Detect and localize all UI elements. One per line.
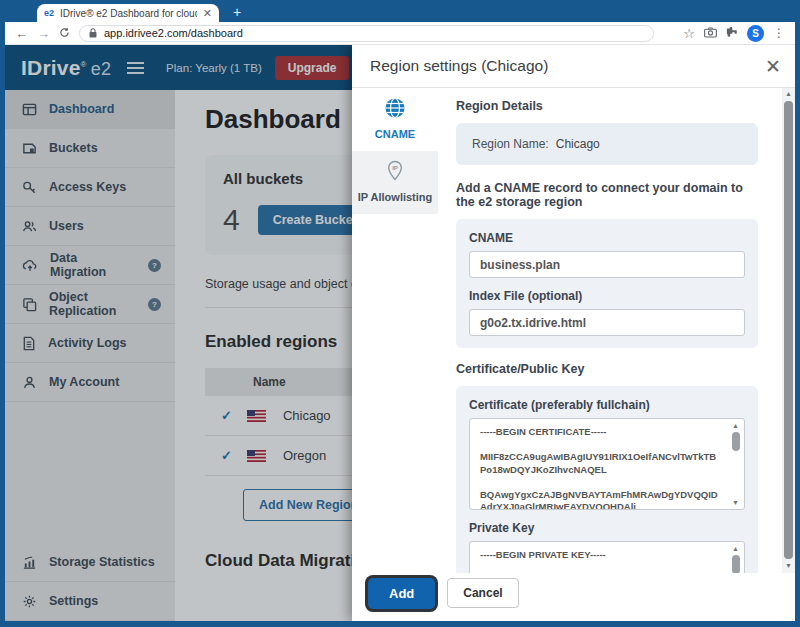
address-bar[interactable]: app.idrivee2.com/dashboard bbox=[79, 25, 654, 42]
back-icon[interactable]: ← bbox=[15, 27, 28, 40]
cname-section-heading: Add a CNAME record to connect your domai… bbox=[456, 181, 758, 209]
index-file-label: Index File (optional) bbox=[469, 289, 745, 303]
browser-toolbar: ← → app.idrivee2.com/dashboard ☆ S ⋮ bbox=[5, 22, 795, 45]
extensions-puzzle-icon[interactable] bbox=[726, 24, 738, 42]
certificate-group: Certificate (preferably fullchain) -----… bbox=[456, 386, 758, 573]
browser-tab[interactable]: e2 IDrive® e2 Dashboard for cloud s ✕ bbox=[37, 4, 219, 22]
tab-cname[interactable]: CNAME bbox=[352, 88, 438, 151]
tab-strip: e2 IDrive® e2 Dashboard for cloud s ✕ + bbox=[5, 0, 795, 22]
panel-header: Region settings (Chicago) ✕ bbox=[352, 45, 795, 88]
bookmark-star-icon[interactable]: ☆ bbox=[683, 27, 695, 40]
panel-tab-rail: CNAME IP IP Allowlisting bbox=[352, 88, 438, 573]
cname-group: CNAME business.plan Index File (optional… bbox=[456, 219, 758, 348]
cname-label: CNAME bbox=[469, 231, 745, 245]
panel-footer: Add Cancel bbox=[352, 573, 795, 621]
forward-icon[interactable]: → bbox=[37, 27, 50, 40]
textarea-scrollbar[interactable]: ▲▼ bbox=[729, 544, 742, 573]
tab-label: IP Allowlisting bbox=[354, 191, 436, 203]
tab-ip-allowlisting[interactable]: IP IP Allowlisting bbox=[352, 151, 438, 214]
certificate-textarea[interactable]: -----BEGIN CERTIFICATE----- MIIF8zCCA9ug… bbox=[469, 418, 745, 510]
tab-label: CNAME bbox=[354, 128, 436, 140]
panel-body: CNAME IP IP Allowlisting Region Details … bbox=[352, 88, 795, 573]
textarea-scrollbar[interactable]: ▲▼ bbox=[729, 421, 742, 507]
ip-pin-icon: IP bbox=[385, 160, 405, 182]
private-key-label: Private Key bbox=[469, 521, 745, 535]
region-name-label: Region Name: bbox=[472, 137, 549, 151]
region-name-box: Region Name:Chicago bbox=[456, 123, 758, 165]
https-lock-icon bbox=[89, 28, 97, 38]
svg-text:IP: IP bbox=[392, 165, 398, 171]
app-viewport: IDrive®e2 Plan: Yearly (1 TB) Upgrade Da… bbox=[5, 45, 795, 621]
scroll-up-icon[interactable]: ▲ bbox=[732, 544, 739, 553]
new-tab-icon[interactable]: + bbox=[233, 4, 241, 20]
close-icon[interactable]: ✕ bbox=[765, 57, 781, 76]
region-settings-panel: Region settings (Chicago) ✕ CNAME IP IP … bbox=[352, 45, 795, 621]
cancel-button[interactable]: Cancel bbox=[447, 578, 518, 608]
private-key-textarea[interactable]: -----BEGIN PRIVATE KEY----- MIIJrTBXBgkq… bbox=[469, 541, 745, 573]
add-button[interactable]: Add bbox=[368, 578, 435, 609]
panel-content: Region Details Region Name:Chicago Add a… bbox=[438, 88, 795, 573]
private-key-text: -----BEGIN PRIVATE KEY----- MIIJrTBXBgkq… bbox=[480, 549, 720, 573]
profile-avatar[interactable]: S bbox=[747, 25, 764, 42]
url-text: app.idrivee2.com/dashboard bbox=[104, 27, 243, 39]
reload-icon[interactable] bbox=[59, 27, 70, 40]
scroll-thumb[interactable] bbox=[732, 432, 740, 451]
panel-scrollbar[interactable]: ▲ ▼ bbox=[782, 88, 795, 573]
certificate-section-heading: Certificate/Public Key bbox=[456, 362, 758, 376]
region-name-value: Chicago bbox=[556, 137, 600, 151]
browser-window: e2 IDrive® e2 Dashboard for cloud s ✕ + … bbox=[0, 0, 800, 627]
index-file-input[interactable]: g0o2.tx.idrive.html bbox=[469, 309, 745, 336]
region-details-heading: Region Details bbox=[456, 99, 758, 113]
scroll-thumb[interactable] bbox=[732, 555, 740, 573]
scroll-thumb[interactable] bbox=[784, 101, 793, 559]
panel-title: Region settings (Chicago) bbox=[370, 57, 548, 75]
scroll-down-icon[interactable]: ▼ bbox=[785, 561, 792, 571]
certificate-text: -----BEGIN CERTIFICATE----- MIIF8zCCA9ug… bbox=[480, 426, 720, 510]
scroll-up-icon[interactable]: ▲ bbox=[785, 89, 792, 99]
toolbar-right-icons: ☆ S ⋮ bbox=[683, 24, 785, 42]
tab-title: IDrive® e2 Dashboard for cloud s bbox=[60, 8, 197, 19]
globe-icon bbox=[384, 97, 406, 119]
camera-icon[interactable] bbox=[704, 24, 717, 42]
cname-input[interactable]: business.plan bbox=[469, 251, 745, 278]
browser-menu-icon[interactable]: ⋮ bbox=[773, 26, 785, 40]
scroll-down-icon[interactable]: ▼ bbox=[732, 498, 739, 507]
certificate-label: Certificate (preferably fullchain) bbox=[469, 398, 745, 412]
e2-favicon: e2 bbox=[44, 8, 54, 18]
tab-close-icon[interactable]: ✕ bbox=[203, 7, 212, 20]
scroll-up-icon[interactable]: ▲ bbox=[732, 421, 739, 430]
